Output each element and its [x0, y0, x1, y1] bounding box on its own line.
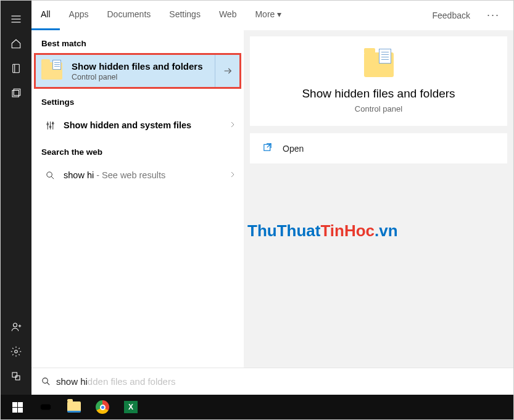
best-match-heading: Best match — [31, 30, 244, 53]
more-options-icon[interactable]: ··· — [479, 9, 507, 22]
taskbar: X — [1, 395, 513, 419]
settings-heading: Settings — [31, 89, 244, 112]
search-icon — [41, 170, 59, 181]
svg-point-20 — [46, 171, 52, 177]
search-icon — [35, 376, 56, 387]
feedback-link[interactable]: Feedback — [423, 10, 479, 20]
best-match-title: Show hidden files and folders — [72, 61, 215, 72]
collections-icon[interactable] — [1, 81, 31, 105]
expand-arrow-icon[interactable] — [215, 55, 239, 87]
chrome-icon — [96, 400, 109, 414]
search-input[interactable] — [56, 368, 513, 395]
open-label: Open — [283, 144, 304, 154]
preview-pane: Show hidden files and folders Control pa… — [244, 30, 513, 368]
menu-icon[interactable] — [1, 7, 31, 31]
sliders-icon — [41, 120, 59, 131]
svg-line-25 — [47, 382, 49, 385]
svg-rect-11 — [12, 373, 17, 377]
open-icon — [262, 142, 273, 155]
web-result[interactable]: show hi - See web results — [31, 162, 244, 189]
web-result-label: show hi - See web results — [59, 170, 229, 180]
svg-rect-3 — [13, 64, 20, 73]
svg-rect-5 — [12, 91, 19, 97]
preview-subtitle: Control panel — [355, 104, 402, 113]
settings-result-label: Show hidden and system files — [59, 120, 229, 130]
svg-line-21 — [51, 176, 54, 179]
task-view-button[interactable] — [31, 395, 60, 419]
best-match-item[interactable]: Show hidden files and folders Control pa… — [34, 53, 241, 89]
svg-rect-28 — [49, 405, 51, 409]
search-web-heading: Search the web — [31, 139, 244, 162]
file-explorer-icon — [67, 401, 81, 413]
preview-card: Show hidden files and folders Control pa… — [250, 36, 507, 126]
preview-title: Show hidden files and folders — [302, 87, 455, 101]
folder-icon — [38, 57, 65, 84]
tab-bar: All Apps Documents Settings Web More▾ Fe… — [31, 1, 513, 30]
windows-logo-icon — [12, 402, 23, 413]
start-button[interactable] — [3, 395, 31, 419]
home-icon[interactable] — [1, 31, 31, 56]
notebook-icon[interactable] — [1, 56, 31, 81]
tab-settings[interactable]: Settings — [160, 1, 210, 30]
feedback-icon[interactable] — [1, 364, 31, 389]
tab-all[interactable]: All — [31, 1, 60, 30]
svg-rect-26 — [41, 405, 50, 410]
folder-icon — [364, 52, 394, 77]
svg-point-10 — [15, 350, 18, 353]
excel-taskbar[interactable]: X — [117, 395, 145, 419]
settings-icon[interactable] — [1, 339, 31, 364]
account-icon[interactable] — [1, 315, 31, 339]
open-action[interactable]: Open — [250, 133, 507, 163]
file-explorer-taskbar[interactable] — [60, 395, 88, 419]
search-bar: show hidden files and folders — [31, 368, 513, 395]
svg-rect-27 — [41, 405, 42, 409]
search-panel: All Apps Documents Settings Web More▾ Fe… — [31, 1, 513, 395]
cortana-sidebar — [1, 1, 31, 395]
settings-result[interactable]: Show hidden and system files — [31, 112, 244, 139]
tab-documents[interactable]: Documents — [97, 1, 160, 30]
svg-rect-12 — [15, 376, 20, 380]
svg-rect-6 — [14, 89, 20, 96]
chevron-right-icon — [229, 170, 236, 181]
svg-point-24 — [42, 378, 48, 384]
svg-point-7 — [14, 323, 17, 327]
chrome-taskbar[interactable] — [88, 395, 117, 419]
tab-more[interactable]: More▾ — [246, 1, 291, 30]
tab-web[interactable]: Web — [210, 1, 246, 30]
results-list: Best match Show hidden files and folders… — [31, 30, 244, 368]
tab-apps[interactable]: Apps — [60, 1, 98, 30]
excel-icon: X — [124, 401, 138, 413]
best-match-subtitle: Control panel — [72, 73, 215, 81]
chevron-right-icon — [229, 120, 236, 131]
